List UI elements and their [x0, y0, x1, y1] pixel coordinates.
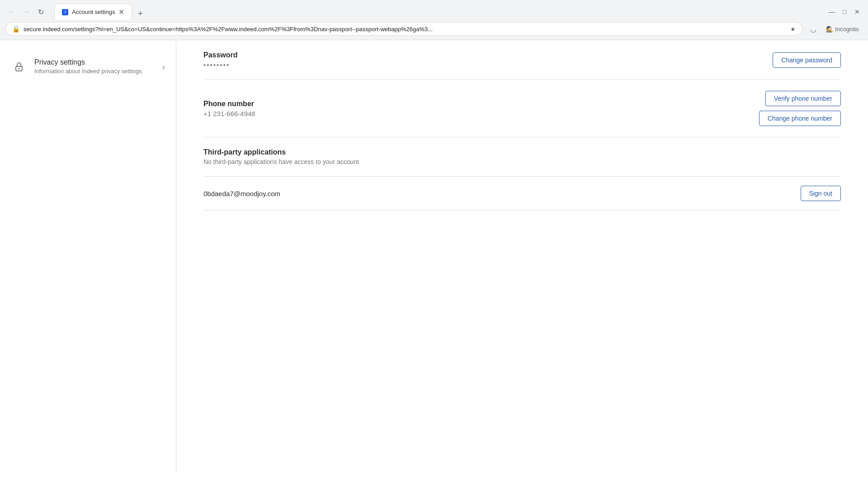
chevron-right-icon: ›: [162, 62, 165, 72]
sidebar: Privacy settings Information about Indee…: [0, 40, 176, 474]
extensions-button[interactable]: ◡: [806, 22, 821, 36]
password-actions: Change password: [773, 52, 841, 68]
phone-label: Phone number: [203, 100, 759, 108]
incognito-button[interactable]: 🕵 Incognito: [822, 24, 863, 34]
sidebar-item-privacy[interactable]: Privacy settings Information about Indee…: [0, 49, 176, 84]
password-value: ••••••••: [203, 61, 773, 69]
minimize-button[interactable]: —: [826, 6, 837, 17]
password-label: Password: [203, 51, 773, 59]
privacy-settings-title: Privacy settings: [34, 58, 155, 66]
change-phone-button[interactable]: Change phone number: [759, 111, 841, 126]
incognito-label: Incognito: [835, 26, 859, 33]
tab-title: Account settings: [72, 9, 115, 15]
url-text: secure.indeed.com/settings?hl=en_US&co=U…: [24, 26, 787, 33]
incognito-icon: 🕵: [826, 26, 833, 33]
phone-value: +1 231-666-4948: [203, 110, 759, 117]
phone-row: Phone number +1 231-666-4948 Verify phon…: [203, 80, 841, 137]
account-email: 0bdaeda7@moodjoy.com: [203, 190, 801, 197]
reload-button[interactable]: ↻: [34, 5, 47, 18]
tab-close-button[interactable]: ✕: [118, 8, 124, 16]
verify-phone-button[interactable]: Verify phone number: [765, 91, 841, 106]
change-password-button[interactable]: Change password: [773, 52, 841, 68]
sign-out-row: 0bdaeda7@moodjoy.com Sign out: [203, 177, 841, 211]
third-party-description: No third-party applications have access …: [203, 158, 841, 165]
address-bar[interactable]: 🔒 secure.indeed.com/settings?hl=en_US&co…: [5, 22, 802, 36]
privacy-settings-content: Privacy settings Information about Indee…: [34, 58, 155, 75]
close-button[interactable]: ✕: [852, 6, 863, 17]
active-tab[interactable]: i Account settings ✕: [54, 4, 132, 20]
lock-icon: 🔒: [12, 25, 20, 33]
back-button[interactable]: ←: [5, 5, 18, 18]
privacy-settings-desc: Information about Indeed privacy setting…: [34, 67, 155, 75]
third-party-row: Third-party applications No third-party …: [203, 137, 841, 177]
phone-info: Phone number +1 231-666-4948: [203, 100, 759, 117]
new-tab-button[interactable]: +: [134, 7, 146, 20]
third-party-info: Third-party applications No third-party …: [203, 148, 841, 165]
bookmark-icon: ★: [790, 26, 796, 33]
sign-out-button[interactable]: Sign out: [801, 186, 841, 201]
password-info: Password ••••••••: [203, 51, 773, 69]
phone-actions: Verify phone number Change phone number: [759, 91, 841, 126]
third-party-label: Third-party applications: [203, 148, 841, 156]
main-content: Password •••••••• Change password Phone …: [176, 40, 868, 474]
lock-icon: [11, 59, 27, 75]
svg-point-1: [19, 68, 20, 70]
forward-button[interactable]: →: [20, 5, 33, 18]
maximize-button[interactable]: □: [839, 6, 850, 17]
password-row: Password •••••••• Change password: [203, 40, 841, 80]
tab-favicon: i: [62, 9, 68, 15]
